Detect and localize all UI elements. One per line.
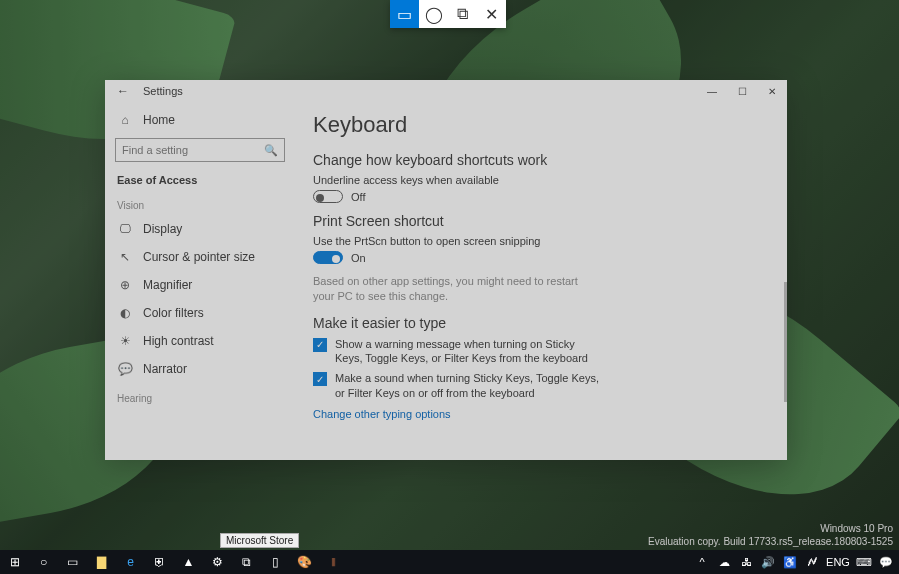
fileexplorer-icon[interactable]: ▇: [87, 550, 116, 574]
contrast-icon: ☀: [117, 334, 133, 348]
sidebar-item-label: Narrator: [143, 362, 187, 376]
back-button[interactable]: ←: [111, 84, 135, 98]
section-shortcuts: Change how keyboard shortcuts work: [313, 152, 769, 168]
magnifier-icon: ⊕: [117, 278, 133, 292]
cortana-icon[interactable]: ○: [29, 550, 58, 574]
desktop-branding: Windows 10 Pro Evaluation copy. Build 17…: [648, 522, 893, 548]
search-input[interactable]: Find a setting 🔍: [115, 138, 285, 162]
tray-ease-icon[interactable]: ♿: [781, 556, 799, 569]
taskview-icon[interactable]: ▭: [58, 550, 87, 574]
check-warning[interactable]: ✓: [313, 338, 327, 352]
maximize-button[interactable]: ☐: [727, 80, 757, 102]
sidebar-group-vision: Vision: [105, 190, 295, 215]
tray-onedrive-icon[interactable]: ☁: [715, 556, 733, 569]
snip-toolbar: ▭ ◯ ⧉ ✕: [390, 0, 506, 28]
tray-chevron-icon[interactable]: ^: [693, 556, 711, 568]
check-sound-label: Make a sound when turning Sticky Keys, T…: [335, 371, 603, 400]
edge-icon[interactable]: e: [116, 550, 145, 574]
check-sound[interactable]: ✓: [313, 372, 327, 386]
prtscn-state: On: [351, 252, 366, 264]
snip-close-icon[interactable]: ✕: [477, 0, 506, 28]
close-button[interactable]: ✕: [757, 80, 787, 102]
sidebar-group-hearing: Hearing: [105, 383, 295, 408]
sidebar-item-label: Magnifier: [143, 278, 192, 292]
prtscn-label: Use the PrtScn button to open screen sni…: [313, 235, 769, 247]
settings-window: ← Settings — ☐ ✕ ⌂ Home Find a setting 🔍…: [105, 80, 787, 460]
store-icon[interactable]: ⧉: [232, 550, 261, 574]
page-title: Keyboard: [313, 112, 769, 138]
tray-lang[interactable]: ENG: [825, 556, 851, 568]
tray-volume-icon[interactable]: 🔊: [759, 556, 777, 569]
sidebar-item-label: Color filters: [143, 306, 204, 320]
tray-power-icon[interactable]: 🗲: [803, 556, 821, 568]
sidebar-item-label: High contrast: [143, 334, 214, 348]
sidebar-item-label: Cursor & pointer size: [143, 250, 255, 264]
sidebar-item-display[interactable]: 🖵Display: [105, 215, 295, 243]
sidebar-item-magnifier[interactable]: ⊕Magnifier: [105, 271, 295, 299]
search-placeholder: Find a setting: [122, 144, 188, 156]
sidebar: ⌂ Home Find a setting 🔍 Ease of Access V…: [105, 102, 295, 460]
system-tray: ^ ☁ 🖧 🔊 ♿ 🗲 ENG ⌨ 💬: [693, 556, 899, 569]
tray-notifications-icon[interactable]: 💬: [877, 556, 895, 569]
sidebar-category: Ease of Access: [105, 166, 295, 190]
snip-freeform-icon[interactable]: ◯: [419, 0, 448, 28]
sidebar-home[interactable]: ⌂ Home: [105, 106, 295, 134]
sidebar-item-label: Display: [143, 222, 182, 236]
taskbar-tooltip: Microsoft Store: [220, 533, 299, 548]
prtscn-toggle[interactable]: [313, 251, 343, 264]
window-title: Settings: [143, 85, 183, 97]
home-icon: ⌂: [117, 113, 133, 127]
titlebar: ← Settings — ☐ ✕: [105, 80, 787, 102]
app-icon[interactable]: ⦀: [319, 550, 348, 574]
tray-network-icon[interactable]: 🖧: [737, 556, 755, 568]
underline-state: Off: [351, 191, 365, 203]
minimize-button[interactable]: —: [697, 80, 727, 102]
section-easier: Make it easier to type: [313, 315, 769, 331]
link-other-typing[interactable]: Change other typing options: [313, 408, 769, 420]
sidebar-item-cursor[interactable]: ↖Cursor & pointer size: [105, 243, 295, 271]
scrollbar[interactable]: [784, 282, 787, 402]
taskbar: ⊞ ○ ▭ ▇ e ⛨ ▲ ⚙ ⧉ ▯ 🎨 ⦀ ^ ☁ 🖧 🔊 ♿ 🗲 ENG …: [0, 550, 899, 574]
snip-rectangular-icon[interactable]: ▭: [390, 0, 419, 28]
sidebar-item-colorfilters[interactable]: ◐Color filters: [105, 299, 295, 327]
display-icon: 🖵: [117, 222, 133, 236]
narrator-icon: 💬: [117, 362, 133, 376]
security-icon[interactable]: ⛨: [145, 550, 174, 574]
prtscn-note: Based on other app settings, you might n…: [313, 274, 593, 305]
search-icon: 🔍: [264, 144, 278, 157]
check-warning-label: Show a warning message when turning on S…: [335, 337, 603, 366]
content-pane: Keyboard Change how keyboard shortcuts w…: [295, 102, 787, 460]
phone-icon[interactable]: ▯: [261, 550, 290, 574]
snip-window-icon[interactable]: ⧉: [448, 0, 477, 28]
settings-icon[interactable]: ⚙: [203, 550, 232, 574]
cursor-icon: ↖: [117, 250, 133, 264]
tray-keyboard-icon[interactable]: ⌨: [855, 556, 873, 569]
colorfilter-icon: ◐: [117, 306, 133, 320]
underline-toggle[interactable]: [313, 190, 343, 203]
underline-label: Underline access keys when available: [313, 174, 769, 186]
photos-icon[interactable]: ▲: [174, 550, 203, 574]
section-prtscn: Print Screen shortcut: [313, 213, 769, 229]
start-button[interactable]: ⊞: [0, 550, 29, 574]
sidebar-item-label: Home: [143, 113, 175, 127]
paint-icon[interactable]: 🎨: [290, 550, 319, 574]
sidebar-item-highcontrast[interactable]: ☀High contrast: [105, 327, 295, 355]
sidebar-item-narrator[interactable]: 💬Narrator: [105, 355, 295, 383]
